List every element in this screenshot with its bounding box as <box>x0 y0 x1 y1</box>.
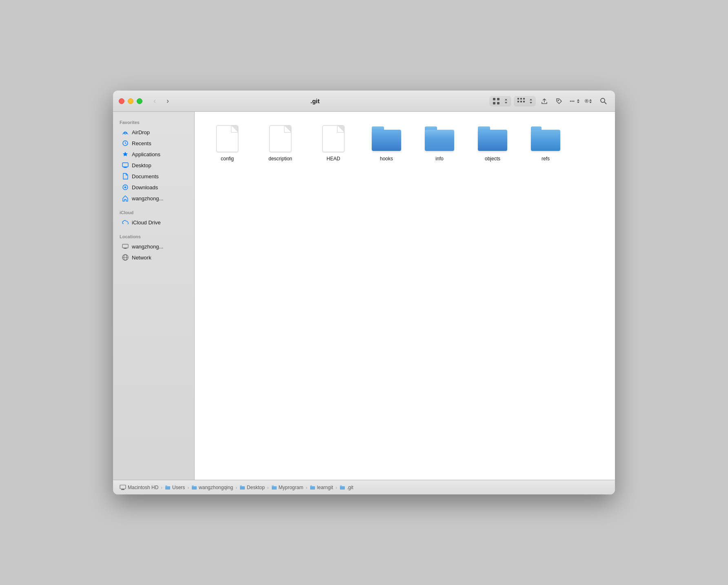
objects-folder-icon <box>478 124 507 153</box>
config-file-icon <box>213 124 242 153</box>
breadcrumb-desktop-label: Desktop <box>247 485 265 490</box>
file-grid: config description HEAD <box>195 112 615 480</box>
sep-1: › <box>161 485 162 490</box>
window-title: .git <box>141 98 489 104</box>
breadcrumb-users-label: Users <box>172 485 185 490</box>
icloud-icon <box>122 219 129 226</box>
toolbar-right: ® <box>489 95 609 107</box>
breadcrumb-learngit[interactable]: learngit <box>310 485 333 490</box>
sep-3: › <box>235 485 237 490</box>
breadcrumb-dotgit-label: .git <box>347 485 353 490</box>
breadcrumb-learngit-label: learngit <box>317 485 333 490</box>
computer-label: wangzhong... <box>132 244 163 250</box>
hooks-folder-icon <box>372 124 401 153</box>
file-item-refs[interactable]: refs <box>521 120 570 177</box>
refs-label: refs <box>542 156 550 162</box>
breadcrumb-myprogram[interactable]: Myprogram <box>271 485 304 490</box>
svg-rect-3 <box>497 102 499 104</box>
sep-2: › <box>187 485 189 490</box>
traffic-lights <box>119 98 142 104</box>
icloud-label: iCloud <box>113 207 194 217</box>
sidebar-item-airdrop[interactable]: AirDrop <box>115 127 192 137</box>
view-sort-button[interactable] <box>502 98 510 105</box>
locations-label: Locations <box>113 231 194 241</box>
sidebar-item-computer[interactable]: wangzhong... <box>115 241 192 252</box>
sidebar-item-desktop[interactable]: Desktop <box>115 160 192 171</box>
close-button[interactable] <box>119 98 124 104</box>
sidebar-item-network[interactable]: Network <box>115 252 192 263</box>
file-item-description[interactable]: description <box>256 120 305 177</box>
sep-4: › <box>267 485 269 490</box>
svg-rect-22 <box>122 244 128 248</box>
svg-rect-18 <box>122 163 128 167</box>
minimize-button[interactable] <box>128 98 133 104</box>
svg-rect-41 <box>340 485 342 487</box>
breadcrumb-wangzhongqing[interactable]: wangzhongqing <box>191 485 233 490</box>
svg-rect-7 <box>517 101 519 102</box>
folder-small-icon-6 <box>340 485 345 490</box>
file-item-objects[interactable]: objects <box>468 120 517 177</box>
registry-button[interactable]: ® <box>582 95 595 107</box>
file-item-hooks[interactable]: hooks <box>362 120 411 177</box>
svg-rect-38 <box>310 486 315 490</box>
breadcrumb-desktop[interactable]: Desktop <box>240 485 265 490</box>
sidebar-item-home[interactable]: wangzhong... <box>115 193 192 204</box>
svg-rect-0 <box>493 98 495 100</box>
file-item-head[interactable]: HEAD <box>309 120 358 177</box>
recents-label: Recents <box>132 140 151 146</box>
svg-line-15 <box>604 102 606 104</box>
more-button[interactable] <box>568 95 580 107</box>
home-icon <box>122 195 129 202</box>
svg-rect-8 <box>520 101 522 102</box>
sidebar-item-applications[interactable]: Applications <box>115 149 192 160</box>
breadcrumb-macintosh-hd-label: Macintosh HD <box>128 485 158 490</box>
folder-small-icon-3 <box>240 485 245 490</box>
config-label: config <box>221 156 234 162</box>
folder-small-icon-2 <box>191 485 197 490</box>
icloud-drive-label: iCloud Drive <box>132 219 161 226</box>
svg-rect-32 <box>192 486 197 490</box>
hd-icon <box>120 485 126 490</box>
folder-small-icon-1 <box>165 485 171 490</box>
svg-point-11 <box>570 100 571 102</box>
documents-label: Documents <box>132 173 159 179</box>
svg-rect-34 <box>240 486 245 490</box>
folder-small-icon-5 <box>310 485 315 490</box>
documents-icon <box>122 173 129 179</box>
statusbar: Macintosh HD › Users › wangzhongqing › D… <box>113 480 615 494</box>
view-toggle <box>489 96 511 106</box>
svg-rect-37 <box>272 485 274 487</box>
sidebar-item-documents[interactable]: Documents <box>115 171 192 182</box>
group-view-toggle <box>514 96 536 106</box>
applications-icon <box>122 151 129 157</box>
network-icon <box>122 254 129 261</box>
file-item-config[interactable]: config <box>203 120 252 177</box>
breadcrumb-users[interactable]: Users <box>165 485 185 490</box>
description-label: description <box>269 156 292 162</box>
breadcrumb-wangzhongqing-label: wangzhongqing <box>199 485 233 490</box>
home-label: wangzhong... <box>132 195 163 202</box>
sidebar-item-downloads[interactable]: Downloads <box>115 182 192 193</box>
sidebar-item-icloud-drive[interactable]: iCloud Drive <box>115 217 192 228</box>
svg-point-10 <box>558 100 559 101</box>
icon-view-button[interactable] <box>491 97 502 106</box>
breadcrumb-dotgit[interactable]: .git <box>340 485 353 490</box>
group-sort-button[interactable] <box>528 98 534 105</box>
svg-rect-2 <box>493 102 495 104</box>
downloads-label: Downloads <box>132 184 158 191</box>
file-item-info[interactable]: info <box>415 120 464 177</box>
svg-rect-6 <box>523 98 525 100</box>
tag-button[interactable] <box>553 95 565 107</box>
desktop-icon <box>122 162 129 168</box>
svg-rect-5 <box>520 98 522 100</box>
group-view-button[interactable] <box>515 97 527 106</box>
search-button[interactable] <box>597 95 609 107</box>
svg-rect-33 <box>192 485 194 487</box>
svg-rect-35 <box>240 485 242 487</box>
breadcrumb-macintosh-hd[interactable]: Macintosh HD <box>120 485 158 490</box>
titlebar: ‹ › .git <box>113 91 615 112</box>
head-label: HEAD <box>326 156 340 162</box>
svg-rect-31 <box>165 485 167 487</box>
share-button[interactable] <box>538 95 550 107</box>
sidebar-item-recents[interactable]: Recents <box>115 138 192 148</box>
